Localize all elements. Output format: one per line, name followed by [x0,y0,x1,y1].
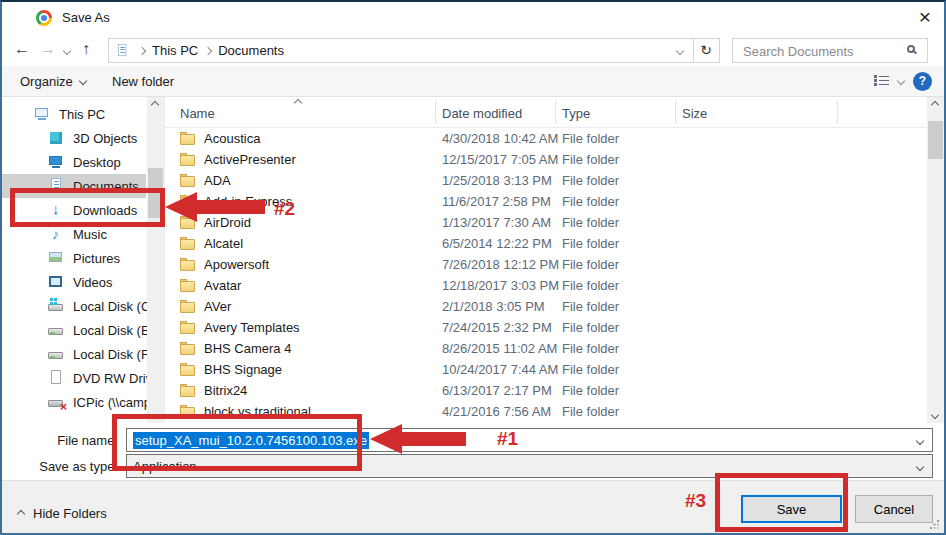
refresh-icon: ↻ [700,42,712,58]
sidebar-item[interactable]: Local Disk (E:) [2,318,146,342]
save-as-type-select[interactable]: Application [126,454,933,478]
sidebar-item[interactable]: Desktop [2,150,146,174]
resize-grip[interactable] [930,520,939,529]
breadcrumb-separator-icon [204,46,212,54]
folder-icon [180,404,198,420]
help-icon[interactable]: ? [913,72,932,91]
file-row[interactable]: Add-in Express 11/6/2017 2:58 PM File fo… [165,191,927,212]
file-row[interactable]: Alcatel 6/5/2014 12:22 PM File folder [165,233,927,254]
refresh-button[interactable]: ↻ [693,38,720,63]
search-icon [907,45,915,53]
sort-ascending-icon [294,99,302,107]
sidebar-item[interactable]: Local Disk (F:) [2,342,146,366]
file-name: BHS Signage [204,362,442,377]
folder-icon [180,278,198,294]
folder-icon [180,131,198,147]
file-row[interactable]: Bitrix24 6/13/2017 2:17 PM File folder [165,380,927,401]
file-row[interactable]: block vs traditional 4/21/2016 7:56 AM F… [165,401,927,422]
file-list-scrollbar[interactable] [927,97,944,423]
file-date-modified: 2/1/2018 3:05 PM [442,299,562,314]
scrollbar-thumb[interactable] [928,121,943,159]
file-date-modified: 11/6/2017 2:58 PM [442,194,562,209]
file-name-dropdown-icon[interactable] [916,437,924,445]
column-header-date-modified[interactable]: Date modified [442,106,522,121]
view-details-icon[interactable] [874,75,889,87]
sidebar-item[interactable]: ICPic (\\campu [2,390,146,414]
save-button[interactable]: Save [741,495,842,523]
sidebar-item-label: 3D Objects [73,131,137,146]
sidebar-item[interactable]: Videos [2,270,146,294]
column-divider [435,100,436,124]
up-icon[interactable]: ↑ [82,39,90,59]
column-headers: Name Date modified Type Size [165,97,927,128]
file-row[interactable]: AirDroid 1/13/2017 7:30 AM File folder [165,212,927,233]
file-row[interactable]: BHS Camera 4 8/26/2015 11:02 AM File fol… [165,338,927,359]
history-chevron-icon[interactable] [63,47,71,55]
column-header-type[interactable]: Type [562,106,590,121]
file-name: block vs traditional [204,404,442,419]
file-name-value: setup_XA_mui_10.2.0.7456100.103.exe [133,432,369,449]
file-list: Name Date modified Type Size Acoustica 4… [164,97,944,423]
file-row[interactable]: BHS Signage 10/24/2017 7:44 AM File fold… [165,359,927,380]
main-area: This PC 3D Objects Desktop Documents Dow… [2,97,944,423]
hide-folders-button[interactable]: Hide Folders [18,506,107,521]
chevron-up-icon [17,509,25,517]
forward-icon[interactable]: → [40,39,56,59]
file-row[interactable]: Avatar 12/18/2017 3:03 PM File folder [165,275,927,296]
sidebar-item-label: Documents [73,179,139,194]
file-type: File folder [562,215,682,230]
back-icon[interactable]: ← [14,39,30,59]
sidebar-scrollbar[interactable] [147,97,164,423]
scroll-up-icon[interactable] [151,101,159,109]
file-type: File folder [562,131,682,146]
address-dropdown-icon[interactable] [676,46,684,54]
file-row[interactable]: ActivePresenter 12/15/2017 7:05 AM File … [165,149,927,170]
sidebar-item[interactable]: This PC [2,102,146,126]
scroll-down-icon[interactable] [151,411,159,419]
sidebar-item-label: Local Disk (E:) [73,323,158,338]
column-divider [675,100,676,124]
view-options-chevron-icon[interactable] [897,77,905,85]
hide-folders-label: Hide Folders [33,506,107,521]
close-icon[interactable]: × [919,4,931,30]
file-name: AVer [204,299,442,314]
cancel-button[interactable]: Cancel [855,495,933,523]
file-row[interactable]: Apowersoft 7/26/2018 12:12 PM File folde… [165,254,927,275]
sidebar-item[interactable]: Downloads [2,198,146,222]
desktop-icon [48,154,66,170]
file-date-modified: 4/30/2018 10:42 AM [442,131,562,146]
disk-icon [48,346,66,362]
view-tools: ? [874,66,932,96]
breadcrumb-documents[interactable]: Documents [218,43,284,58]
chrome-icon [36,10,52,26]
scrollbar-thumb[interactable] [148,168,163,218]
save-as-type-dropdown-icon[interactable] [916,463,924,471]
sidebar-item[interactable]: Local Disk (C:) [2,294,146,318]
file-row[interactable]: AVer 2/1/2018 3:05 PM File folder [165,296,927,317]
scroll-down-icon[interactable] [931,411,939,419]
sidebar-item[interactable]: Music [2,222,146,246]
column-header-size[interactable]: Size [682,106,707,121]
address-bar[interactable]: This PC Documents [108,38,694,63]
scroll-up-icon[interactable] [931,101,939,109]
sidebar-item[interactable]: Pictures [2,246,146,270]
file-name-input[interactable]: setup_XA_mui_10.2.0.7456100.103.exe [126,428,933,452]
breadcrumb-this-pc[interactable]: This PC [152,43,198,58]
search-input[interactable] [741,41,905,62]
pc-icon [34,106,52,122]
sidebar-item[interactable]: Documents [2,174,146,198]
folder-icon [180,152,198,168]
sidebar-item-label: Desktop [73,155,121,170]
folder-icon [180,299,198,315]
file-row[interactable]: Avery Templates 7/24/2015 2:32 PM File f… [165,317,927,338]
organize-button[interactable]: Organize [12,66,94,96]
file-name: Apowersoft [204,257,442,272]
column-header-name[interactable]: Name [180,106,215,121]
sidebar-item[interactable]: DVD RW Drive [2,366,146,390]
file-row[interactable]: Acoustica 4/30/2018 10:42 AM File folder [165,128,927,149]
new-folder-button[interactable]: New folder [104,66,182,96]
sidebar-item[interactable]: 3D Objects [2,126,146,150]
file-name-label: File name: [2,433,126,448]
file-date-modified: 7/26/2018 12:12 PM [442,257,562,272]
file-row[interactable]: ADA 1/25/2018 3:13 PM File folder [165,170,927,191]
